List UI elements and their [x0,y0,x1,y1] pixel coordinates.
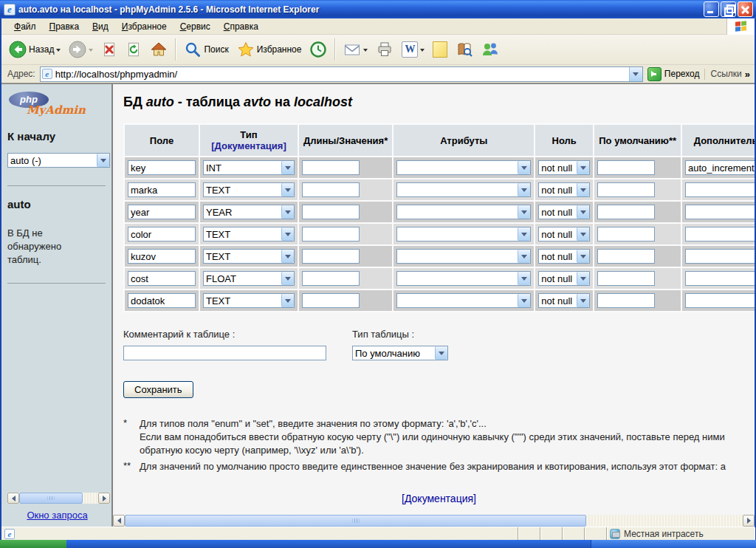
sidebar-horizontal-scrollbar[interactable] [7,493,110,504]
null-select[interactable]: not null [538,271,590,286]
phpmyadmin-logo[interactable]: php MyAdmin [7,92,107,123]
field-name-input[interactable] [128,271,196,286]
edit-word-button[interactable]: W [399,40,427,59]
field-name-input[interactable] [128,249,196,264]
attributes-select[interactable] [396,271,531,286]
field-name-input[interactable] [128,293,196,308]
print-button[interactable] [373,39,396,60]
scrollbar-track[interactable] [586,515,743,527]
documentation-link[interactable]: [Документация] [211,140,286,151]
table-type-select[interactable]: По умолчанию [352,346,448,360]
scroll-right-icon[interactable] [98,493,110,504]
scroll-right-icon[interactable] [743,515,755,527]
default-input[interactable] [597,182,655,197]
type-select[interactable]: TEXT [203,227,295,242]
refresh-button[interactable] [123,40,145,59]
save-button[interactable]: Сохранить [123,381,193,398]
address-dropdown-icon[interactable] [629,67,642,81]
extra-select[interactable] [685,271,755,286]
null-select[interactable]: not null [538,227,590,242]
database-select[interactable]: auto (-) [7,153,110,168]
stop-button[interactable] [98,40,120,59]
back-button[interactable]: Назад [6,39,63,60]
length-input[interactable] [302,249,360,264]
mail-button[interactable] [340,39,371,60]
extra-select[interactable] [685,249,755,264]
attributes-select[interactable] [396,249,531,264]
type-select[interactable]: TEXT [203,249,295,264]
documentation-bottom-link[interactable]: [Документация] [402,493,476,504]
favorites-button[interactable]: Избранное [234,39,305,60]
type-select[interactable]: FLOAT [203,271,295,286]
mail-dropdown-icon[interactable] [363,49,368,54]
length-input[interactable] [302,293,360,308]
menu-view[interactable]: Вид [86,19,115,34]
sidebar-db-link[interactable]: auto [7,198,107,210]
main-horizontal-scrollbar[interactable] [113,515,755,527]
type-select[interactable]: YEAR [203,205,295,219]
scrollbar-track[interactable] [83,493,98,504]
close-button[interactable] [738,1,753,17]
messenger-button[interactable] [478,39,502,60]
attributes-select[interactable] [396,205,531,219]
length-input[interactable] [302,271,360,286]
search-button[interactable]: Поиск [181,39,231,60]
default-input[interactable] [597,293,655,308]
attributes-select[interactable] [396,160,531,175]
default-input[interactable] [597,227,655,242]
sidebar-home-link[interactable]: К началу [7,130,107,143]
default-input[interactable] [597,160,655,175]
attributes-select[interactable] [396,227,531,242]
null-select[interactable]: not null [538,182,590,197]
extra-select[interactable]: auto_increment [685,160,755,175]
type-select[interactable]: TEXT [203,293,295,308]
null-select[interactable]: not null [538,160,590,175]
default-input[interactable] [597,271,655,286]
minimize-button[interactable] [704,1,719,17]
attributes-select[interactable] [396,293,531,308]
field-name-input[interactable] [128,182,196,197]
links-chevron-icon[interactable]: » [745,69,750,80]
extra-select[interactable] [685,227,755,242]
menu-file[interactable]: Файл [7,19,43,34]
menu-favorites[interactable]: Избранное [115,19,173,34]
null-select[interactable]: not null [538,293,590,308]
null-select[interactable]: not null [538,249,590,264]
extra-select[interactable] [685,182,755,197]
restore-button[interactable] [721,1,736,17]
query-window-link[interactable]: Окно запроса [7,510,107,521]
menu-help[interactable]: Справка [217,19,265,34]
extra-select[interactable] [685,205,755,219]
length-input[interactable] [302,182,360,197]
go-button[interactable]: Переход [647,67,700,81]
start-button-edge[interactable] [0,540,66,548]
menu-tools[interactable]: Сервис [173,19,217,34]
history-button[interactable] [306,39,330,60]
default-input[interactable] [597,249,655,264]
type-select[interactable]: INT [203,160,295,175]
length-input[interactable] [302,160,360,175]
menu-edit[interactable]: Правка [43,19,86,34]
length-input[interactable] [302,227,360,242]
home-button[interactable] [147,39,171,60]
attributes-select[interactable] [396,182,531,197]
scrollbar-thumb[interactable] [125,515,586,527]
field-name-input[interactable] [128,227,196,242]
table-comment-input[interactable] [123,346,326,360]
null-select[interactable]: not null [538,205,590,219]
back-dropdown-icon[interactable] [56,49,61,54]
field-name-input[interactable] [128,160,196,175]
default-input[interactable] [597,205,655,219]
type-select[interactable]: TEXT [203,182,295,197]
length-input[interactable] [302,205,360,219]
extra-select[interactable] [685,293,755,308]
research-button[interactable] [453,39,476,60]
field-name-input[interactable] [128,205,196,219]
scrollbar-thumb[interactable] [19,493,83,504]
links-button[interactable]: Ссылки » [704,69,752,80]
scroll-left-icon[interactable] [113,515,125,527]
address-input[interactable] [55,69,629,80]
discuss-button[interactable] [430,40,450,59]
scroll-left-icon[interactable] [7,493,19,504]
forward-button[interactable] [66,39,96,60]
